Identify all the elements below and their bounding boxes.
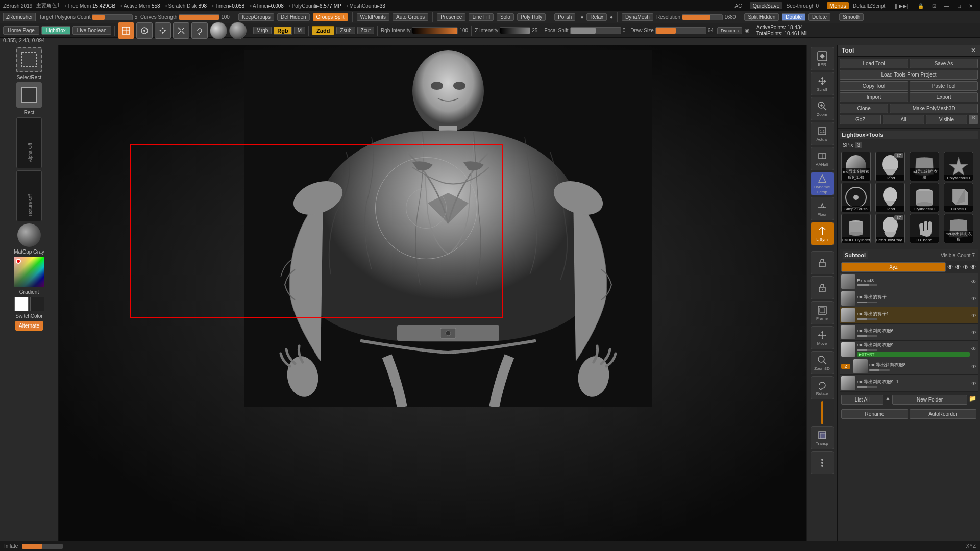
rgb-intensity-slider[interactable] [412,27,458,34]
m-btn[interactable]: M [294,27,305,34]
subtool-row-1[interactable]: md导出的裤子 👁 [840,290,978,307]
aahalf-icon[interactable]: AAHalf [811,147,834,170]
lightbox-tools-title[interactable]: Lightbox>Tools [840,131,978,139]
lightbox-btn[interactable]: LightBox [41,26,70,35]
make-polymesh-btn[interactable]: Make PolyMesh3D [890,104,978,113]
double-btn[interactable]: Double [782,13,805,21]
subtool-eye-6[interactable]: 👁 [971,381,976,386]
white-swatch[interactable] [14,297,29,311]
tool-item-6[interactable]: Cylinder3D [910,183,942,212]
rename-btn[interactable]: Rename [841,409,908,419]
export-btn[interactable]: Export [910,92,978,102]
alternate-btn[interactable]: Alternate [15,321,43,331]
subtool-row-6[interactable]: md导出斜向衣服9_1 👁 [840,375,978,392]
load-tools-project-btn[interactable]: Load Tools From Project [840,70,978,80]
presence-btn[interactable]: Presence [437,13,465,21]
rotate3d-icon[interactable]: Rotate [811,376,834,399]
smooth-btn[interactable]: Smooth [839,13,864,21]
black-swatch[interactable] [30,297,44,311]
subtool-row-2[interactable]: md导出的裤子1 👁 [840,307,978,324]
folder-icon[interactable]: 📁 [969,395,976,405]
eye4[interactable]: 👁 [970,264,976,271]
tool-item-9[interactable]: 37 Head_lowPoly_wi [875,214,908,243]
subtool-row-3[interactable]: md导出斜向衣服6 👁 [840,324,978,341]
list-all-btn[interactable]: List All [841,395,883,405]
tool-item-1[interactable]: 37 Head [875,152,908,181]
tool-item-3[interactable]: PolyMesh3D [944,152,976,181]
brush-material-sphere[interactable] [210,22,227,39]
subtool-slider-1[interactable] [857,302,877,303]
subtool-slider-3[interactable] [857,335,877,337]
matcap-sphere[interactable] [229,22,247,39]
lock-icon[interactable] [811,251,834,274]
l-sym-icon[interactable]: L.Sym [811,222,834,245]
tool-thumb-9[interactable]: 37 Head_lowPoly_wi [875,214,905,243]
main-viewport[interactable] [59,45,837,541]
subtool-eye-2[interactable]: 👁 [971,313,976,318]
zremesher-label[interactable]: ZRemesher [3,13,36,21]
copy-tool-btn[interactable]: Copy Tool [840,81,908,91]
solo-btn[interactable]: Solo [497,13,514,21]
auto-reorder-btn[interactable]: AutoReorder [910,409,976,419]
tool-thumb-11[interactable]: md导出斜向衣服 [944,214,973,243]
draw-btn[interactable] [136,22,153,39]
alpha-off-icon[interactable]: Alpha Off [16,117,42,168]
resolution-slider[interactable] [682,14,723,20]
brush-name-btn[interactable]: Polish [554,13,575,21]
home-page-btn[interactable]: Home Page [3,26,39,35]
subtool-row-5[interactable]: 2 md导出斜向衣服8 👁 [840,358,978,375]
relax-btn[interactable]: Relax [586,13,607,21]
dynamic-persp-icon[interactable]: Dynamic Persp [811,172,834,195]
draw-size-slider[interactable] [655,27,706,34]
save-as-btn[interactable]: Save As [910,59,978,68]
subtool-row-0[interactable]: Extract8 👁 [840,273,978,290]
tool-thumb-5[interactable]: Head [875,183,905,212]
lock2-icon[interactable] [811,276,834,299]
zoom3d-icon[interactable]: Zoom3D [811,351,834,374]
z-intensity-slider[interactable] [500,27,530,34]
transp-icon[interactable]: Transp [811,426,834,449]
target-polygons-slider[interactable] [92,14,133,20]
tool-item-4[interactable]: SimpleBrush [841,183,874,212]
eye2[interactable]: 👁 [955,264,961,271]
clone-btn[interactable]: Clone [840,104,888,113]
draw-size-icon[interactable]: ◉ [745,27,750,34]
tool-item-0[interactable]: md导出斜向衣服9_1.49 [841,152,874,181]
focal-shift-slider[interactable] [570,27,621,34]
list-up-icon[interactable]: ▲ [885,395,891,405]
del-hidden-btn[interactable]: Del Hidden [277,13,309,21]
subtool-slider-2[interactable] [857,318,877,320]
texture-off-icon[interactable]: Texture Off [16,170,42,221]
move-btn[interactable] [155,22,171,39]
tool-thumb-0[interactable]: md导出斜向衣服9_1.49 [841,152,871,181]
panel-close-btn[interactable]: ✕ [971,47,976,54]
line-fill-btn[interactable]: Line Fill [469,13,493,21]
actual-icon[interactable]: 1:1 Actual [811,122,834,145]
live-boolean-btn[interactable]: Live Boolean [72,26,111,35]
menus-btn[interactable]: Menus [827,2,849,9]
subtool-slider-4[interactable] [857,349,877,351]
zoom-icon[interactable]: Zoom [811,97,834,120]
subtool-slider-0[interactable] [857,284,877,286]
select-rect-icon[interactable] [16,47,42,72]
import-btn[interactable]: Import [840,92,908,102]
dynamesh-btn[interactable]: DynaMesh [622,13,653,21]
tool-item-7[interactable]: Cube3D [944,183,976,212]
color-picker[interactable] [14,257,44,287]
visible-btn[interactable]: Visible [926,115,967,124]
tool-thumb-3[interactable]: PolyMesh3D [944,152,973,181]
bpr-icon[interactable]: BPR [811,47,834,70]
subtool-slider-5[interactable] [869,369,890,371]
rotate-btn[interactable] [191,22,208,39]
zadd-btn[interactable]: Zadd [312,26,334,35]
tool-thumb-10[interactable]: 03_hand [910,214,939,243]
keep-groups-btn[interactable]: KeepGroups [238,13,274,21]
subtool-row-4[interactable]: md导出斜向衣服9 ▶START 👁 [840,341,978,358]
goz-btn[interactable]: GoZ [840,115,881,124]
tool-thumb-4[interactable]: SimpleBrush [841,183,871,212]
subtool-eye-0[interactable]: 👁 [971,279,976,285]
eye3[interactable]: 👁 [963,264,969,271]
tool-item-10[interactable]: 03_hand [910,214,942,243]
auto-groups-btn[interactable]: Auto Groups [393,13,428,21]
tool-thumb-6[interactable]: Cylinder3D [910,183,939,212]
